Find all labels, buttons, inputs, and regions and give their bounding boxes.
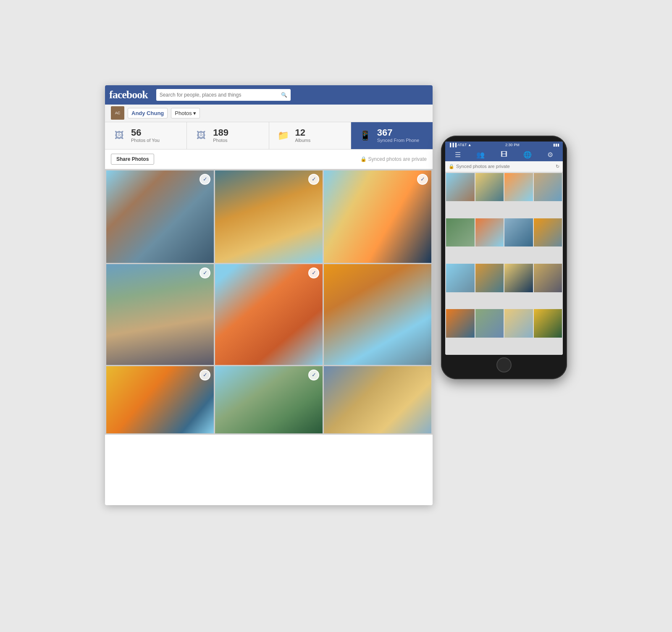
photos-tab-label: Photos <box>175 110 192 116</box>
albums-label: Albums <box>295 137 311 143</box>
avatar: AC <box>111 106 124 120</box>
phone-screen: ▐▐▐ AT&T ▲ 2:30 PM ▮▮▮ ☰ 👥 🎞 🌐 ⚙ 🔒 S <box>445 142 563 355</box>
stat-info: 367 Synced From Phone <box>377 128 419 143</box>
photo-bg-6 <box>324 264 431 365</box>
photos-of-you-label: Photos of You <box>131 137 160 143</box>
mobile-phone: ▐▐▐ AT&T ▲ 2:30 PM ▮▮▮ ☰ 👥 🎞 🌐 ⚙ 🔒 S <box>441 136 567 379</box>
profile-bar: AC Andy Chung Photos ▾ <box>105 105 433 122</box>
phone-thumb-7[interactable] <box>504 218 533 247</box>
select-check-2[interactable]: ✓ <box>308 174 319 185</box>
stat-tab-photos-of-you[interactable]: 🖼 56 Photos of You <box>105 122 187 149</box>
photos-label: Photos <box>213 137 228 143</box>
phone-thumb-1[interactable] <box>446 173 475 202</box>
photo-bg-3: ✓ <box>324 170 431 263</box>
photo-grid: ✓ ✓ ✓ ✓ ✓ <box>105 169 433 435</box>
phone-photo-grid <box>445 172 563 355</box>
desktop-browser: facebook 🔍 AC Andy Chung Photos ▾ 🖼 <box>105 85 433 505</box>
fb-header: facebook 🔍 <box>105 85 433 105</box>
photo-bg-1: ✓ <box>106 170 214 263</box>
phone-nav-bar[interactable]: ☰ 👥 🎞 🌐 ⚙ <box>445 148 563 161</box>
phone-thumb-8[interactable] <box>534 218 562 247</box>
search-bar[interactable]: 🔍 <box>156 89 291 101</box>
select-check-8[interactable]: ✓ <box>308 370 319 380</box>
stat-tab-photos[interactable]: 🖼 189 Photos <box>187 122 269 149</box>
wifi-icon: ▲ <box>468 143 472 147</box>
photo-cell-6[interactable] <box>324 264 431 365</box>
globe-icon[interactable]: 🌐 <box>523 151 532 159</box>
photo-bg-2: ✓ <box>215 170 323 263</box>
settings-icon[interactable]: ⚙ <box>547 151 553 159</box>
synced-label: Synced From Phone <box>377 137 419 143</box>
photo-bg-7: ✓ <box>106 366 214 433</box>
phone-thumb-11[interactable] <box>504 264 533 292</box>
photo-bg-9 <box>324 366 431 433</box>
stat-tab-albums[interactable]: 📁 12 Albums <box>269 122 351 149</box>
phone-icon: 📱 <box>358 130 373 142</box>
dropdown-arrow-icon: ▾ <box>193 110 196 116</box>
search-input[interactable] <box>160 92 278 98</box>
select-check-5[interactable]: ✓ <box>308 267 319 278</box>
phone-lock-icon: 🔒 <box>449 164 454 169</box>
photo-cell-9[interactable] <box>324 366 431 433</box>
battery-icon: ▮▮▮ <box>553 143 559 147</box>
friends-icon[interactable]: 👥 <box>476 151 485 159</box>
scene: facebook 🔍 AC Andy Chung Photos ▾ 🖼 <box>105 85 567 547</box>
photo-bg-5: ✓ <box>215 264 323 365</box>
photo-cell-5[interactable]: ✓ <box>215 264 323 365</box>
carrier-signal: ▐▐▐ AT&T ▲ <box>449 143 472 147</box>
fb-logo: facebook <box>109 89 151 101</box>
phone-thumb-6[interactable] <box>475 218 504 247</box>
albums-count: 12 <box>295 128 311 137</box>
phone-status-bar: ▐▐▐ AT&T ▲ 2:30 PM ▮▮▮ <box>445 142 563 148</box>
photo-cell-1[interactable]: ✓ <box>106 170 214 263</box>
photo-cell-4[interactable]: ✓ <box>106 264 214 365</box>
phone-privacy-text: Synced photos are private <box>456 164 510 169</box>
phone-thumb-13[interactable] <box>446 309 475 338</box>
privacy-text: Synced photos are private <box>368 156 427 162</box>
phone-privacy-note: 🔒 Synced photos are private <box>449 164 510 169</box>
photos-icon: 🖼 <box>194 130 209 142</box>
photos-count: 189 <box>213 128 228 137</box>
share-photos-button[interactable]: Share Photos <box>111 154 154 165</box>
photo-cell-7[interactable]: ✓ <box>106 366 214 433</box>
refresh-icon[interactable]: ↻ <box>556 164 559 169</box>
stat-info: 56 Photos of You <box>131 128 160 143</box>
photos-nav-icon[interactable]: 🎞 <box>501 151 507 158</box>
phone-thumb-16[interactable] <box>534 309 562 338</box>
photo-cell-2[interactable]: ✓ <box>215 170 323 263</box>
photos-of-you-count: 56 <box>131 128 160 137</box>
select-check-4[interactable]: ✓ <box>200 267 210 278</box>
stats-bar: 🖼 56 Photos of You 🖼 189 Photos 📁 <box>105 122 433 149</box>
photo-cell-3[interactable]: ✓ <box>324 170 431 263</box>
phone-thumb-14[interactable] <box>475 309 504 338</box>
action-bar: Share Photos 🔒 Synced photos are private <box>105 149 433 169</box>
phone-thumb-5[interactable] <box>446 218 475 247</box>
stat-tab-synced[interactable]: 📱 367 Synced From Phone <box>351 122 433 149</box>
phone-thumb-10[interactable] <box>475 264 504 292</box>
phone-thumb-3[interactable] <box>504 173 533 202</box>
profile-name-button[interactable]: Andy Chung <box>128 108 168 118</box>
privacy-note: 🔒 Synced photos are private <box>360 156 427 162</box>
phone-thumb-9[interactable] <box>446 264 475 292</box>
lock-icon: 🔒 <box>360 156 367 162</box>
home-button[interactable] <box>496 357 512 372</box>
photo-cell-8[interactable]: ✓ <box>215 366 323 433</box>
photos-of-you-icon: 🖼 <box>112 130 127 142</box>
clock: 2:30 PM <box>505 143 520 147</box>
photos-tab-button[interactable]: Photos ▾ <box>171 108 200 118</box>
select-check-7[interactable]: ✓ <box>200 370 210 380</box>
carrier-name: AT&T <box>457 143 467 147</box>
phone-thumb-15[interactable] <box>504 309 533 338</box>
synced-count: 367 <box>377 128 419 137</box>
select-check-3[interactable]: ✓ <box>417 174 428 185</box>
photo-bg-4: ✓ <box>106 264 214 365</box>
avatar-initials: AC <box>115 111 121 115</box>
select-check-1[interactable]: ✓ <box>200 174 210 185</box>
photo-bg-8: ✓ <box>215 366 323 433</box>
phone-thumb-2[interactable] <box>475 173 504 202</box>
signal-bars-icon: ▐▐▐ <box>449 143 457 147</box>
phone-thumb-12[interactable] <box>534 264 562 292</box>
menu-icon[interactable]: ☰ <box>455 151 461 159</box>
albums-icon: 📁 <box>276 130 291 142</box>
phone-thumb-4[interactable] <box>534 173 562 202</box>
